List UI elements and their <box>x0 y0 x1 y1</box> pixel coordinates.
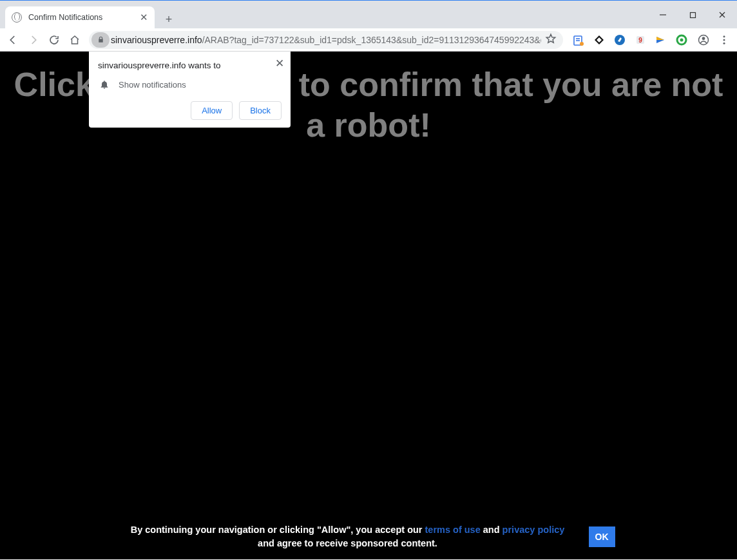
extension-icon-2[interactable] <box>590 31 608 49</box>
browser-toolbar: sinvariouspreverre.info/ARAB?tag_id=7371… <box>0 28 737 52</box>
window-maximize-button[interactable] <box>678 5 707 24</box>
nav-back-button[interactable] <box>4 31 22 49</box>
svg-point-16 <box>702 37 705 40</box>
extension-icon-1[interactable] <box>570 31 588 49</box>
allow-button[interactable]: Allow <box>191 101 233 120</box>
svg-point-17 <box>723 35 725 37</box>
popup-permission-text: Show notifications <box>119 80 186 90</box>
svg-rect-1 <box>690 12 695 17</box>
bookmark-star-icon[interactable] <box>541 33 560 46</box>
browser-tab[interactable]: Confirm Notifications ✕ <box>5 6 155 28</box>
chrome-menu-button[interactable] <box>715 31 733 49</box>
popup-close-icon[interactable]: ✕ <box>275 57 284 70</box>
extension-icon-4[interactable]: 9 <box>631 31 649 49</box>
window-close-button[interactable] <box>707 5 737 24</box>
extension-icon-6[interactable] <box>673 31 691 49</box>
svg-point-19 <box>723 42 725 44</box>
nav-reload-button[interactable] <box>45 31 63 49</box>
nav-home-button[interactable] <box>66 31 84 49</box>
address-bar[interactable]: sinvariouspreverre.info/ARAB?tag_id=7371… <box>89 31 563 49</box>
window-minimize-button[interactable] <box>648 5 678 24</box>
tab-title: Confirm Notifications <box>28 13 102 22</box>
page-content: Click the «Allow» to confirm that you ar… <box>0 52 737 559</box>
terms-link[interactable]: terms of use <box>425 525 481 535</box>
consent-ok-button[interactable]: OK <box>589 526 615 547</box>
close-tab-icon[interactable]: ✕ <box>140 12 148 23</box>
new-tab-button[interactable]: + <box>160 10 178 28</box>
privacy-link[interactable]: privacy policy <box>503 525 565 535</box>
popup-title: sinvariouspreverre.info wants to <box>98 61 282 70</box>
tab-strip: Confirm Notifications ✕ + <box>0 5 737 28</box>
svg-point-14 <box>680 38 684 41</box>
block-button[interactable]: Block <box>239 101 282 120</box>
svg-point-7 <box>580 42 584 46</box>
consent-bar: By continuing your navigation or clickin… <box>0 514 737 559</box>
bell-icon <box>99 79 110 90</box>
consent-text: By continuing your navigation or clickin… <box>122 523 573 550</box>
extension-icons: 9 <box>568 31 692 49</box>
svg-point-18 <box>723 39 725 41</box>
extension-icon-5[interactable] <box>652 31 670 49</box>
extension-icon-3[interactable] <box>611 31 629 49</box>
svg-text:9: 9 <box>638 37 642 44</box>
site-info-button[interactable] <box>91 32 110 48</box>
profile-avatar-icon[interactable] <box>694 31 713 49</box>
notification-permission-popup: ✕ sinvariouspreverre.info wants to Show … <box>89 52 291 128</box>
url-text: sinvariouspreverre.info/ARAB?tag_id=7371… <box>111 35 541 45</box>
globe-icon <box>12 12 22 23</box>
nav-forward-button[interactable] <box>24 31 43 49</box>
